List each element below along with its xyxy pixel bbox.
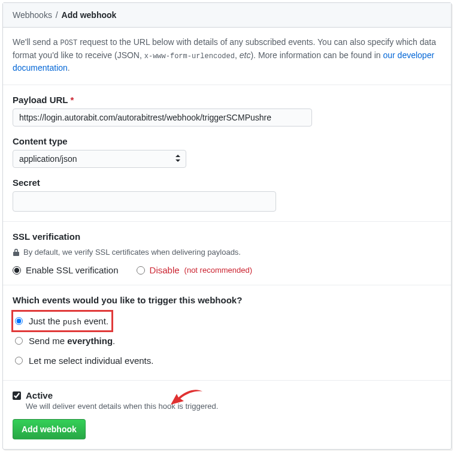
secret-input[interactable] [13,191,276,212]
active-description: We will deliver event details when this … [26,402,441,411]
post-code: POST [60,39,77,47]
active-section: Active We will deliver event details whe… [3,381,451,449]
urlencoded-code: x-www-form-urlencoded [144,52,235,61]
panel-header: Webhooks / Add webhook [3,3,451,28]
event-push-radio[interactable] [15,317,23,325]
add-webhook-button[interactable]: Add webhook [13,419,86,439]
webhook-panel: Webhooks / Add webhook We'll send a POST… [2,2,452,450]
content-type-label: Content type [13,136,441,146]
intro-text: We'll send a POST request to the URL bel… [3,28,451,85]
ssl-section: SSL verification By default, we verify S… [3,222,451,285]
breadcrumb-parent[interactable]: Webhooks [13,10,52,20]
active-option[interactable]: Active [13,390,441,400]
ssl-enable-option[interactable]: Enable SSL verification [13,265,119,275]
breadcrumb-current: Add webhook [62,10,117,20]
ssl-helper-text: By default, we verify SSL certificates w… [23,248,241,257]
secret-label: Secret [13,177,441,188]
event-individual-radio[interactable] [15,357,23,364]
ssl-disable-option[interactable]: Disable (not recommended) [137,265,252,275]
content-type-select[interactable]: application/json [13,150,186,168]
lock-icon [13,248,20,257]
event-individual-option[interactable]: Let me select individual events. [13,351,441,370]
event-everything-radio[interactable] [15,337,23,345]
ssl-heading: SSL verification [13,231,441,242]
events-heading: Which events would you like to trigger t… [13,295,441,305]
required-asterisk: * [70,95,74,105]
active-checkbox[interactable] [13,391,21,400]
ssl-disable-radio[interactable] [137,266,145,275]
events-section: Which events would you like to trigger t… [3,285,451,381]
ssl-enable-radio[interactable] [13,266,21,275]
payload-url-label: Payload URL * [13,95,441,105]
event-everything-option[interactable]: Send me everything. [13,331,441,351]
payload-url-input[interactable] [13,109,312,126]
event-push-option[interactable]: Just the push event. [13,311,112,331]
form-section-basic: Payload URL * Content type application/j… [3,85,451,222]
breadcrumb-separator: / [56,10,58,20]
